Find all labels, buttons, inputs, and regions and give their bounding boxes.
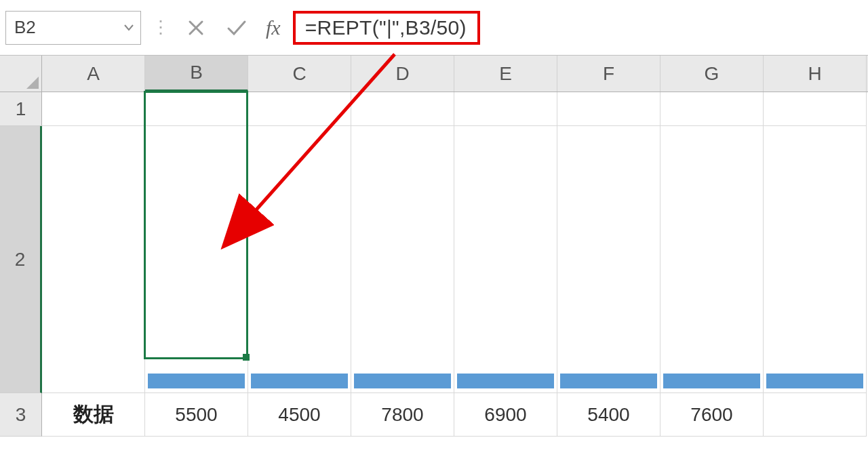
- bar-E2: [457, 374, 554, 388]
- cell-F2[interactable]: [557, 126, 660, 393]
- cell-A1[interactable]: [42, 92, 145, 126]
- select-all-corner[interactable]: [0, 56, 42, 92]
- column-header-H[interactable]: H: [764, 56, 867, 92]
- cell-E3[interactable]: 6900: [454, 393, 557, 437]
- cell-G3[interactable]: 7600: [660, 393, 764, 437]
- formula-input[interactable]: =REPT("|",B3/50): [293, 11, 480, 45]
- column-header-A[interactable]: A: [42, 56, 145, 92]
- bar-D2: [354, 374, 451, 388]
- column-header-D[interactable]: D: [351, 56, 454, 92]
- cell-B2[interactable]: [145, 126, 248, 393]
- row-3: 3 数据 5500 4500 7800 6900 5400 7600: [0, 393, 868, 437]
- bar-G2: [663, 374, 760, 388]
- cell-H3[interactable]: [764, 393, 867, 437]
- cell-B3[interactable]: 5500: [145, 393, 248, 437]
- name-box-value: B2: [14, 17, 36, 38]
- cell-B1[interactable]: [145, 92, 248, 126]
- cell-C2[interactable]: [248, 126, 351, 393]
- chevron-down-icon[interactable]: [124, 24, 134, 31]
- row-header-3[interactable]: 3: [0, 393, 42, 437]
- confirm-icon[interactable]: [220, 11, 254, 45]
- cell-G2[interactable]: [660, 126, 764, 393]
- cell-D1[interactable]: [351, 92, 454, 126]
- cell-A3[interactable]: 数据: [42, 393, 145, 437]
- cancel-icon[interactable]: [179, 11, 213, 45]
- name-box[interactable]: B2: [5, 11, 141, 45]
- column-header-G[interactable]: G: [660, 56, 764, 92]
- cell-H2[interactable]: [764, 126, 867, 393]
- column-header-E[interactable]: E: [454, 56, 557, 92]
- row-1: 1: [0, 92, 868, 126]
- row-header-2[interactable]: 2: [0, 126, 42, 393]
- cell-H1[interactable]: [764, 92, 867, 126]
- column-header-F[interactable]: F: [557, 56, 660, 92]
- column-header-row: A B C D E F G H: [0, 56, 868, 92]
- column-header-B[interactable]: B: [145, 56, 248, 92]
- cell-F1[interactable]: [557, 92, 660, 126]
- row-2: 2: [0, 126, 868, 393]
- formula-bar-empty-area[interactable]: [487, 11, 863, 45]
- cell-G1[interactable]: [660, 92, 764, 126]
- cell-E2[interactable]: [454, 126, 557, 393]
- bar-F2: [560, 374, 657, 388]
- cell-C1[interactable]: [248, 92, 351, 126]
- cell-A2[interactable]: [42, 126, 145, 393]
- bar-B2: [148, 374, 245, 388]
- divider-icon: ⋮: [148, 17, 172, 38]
- cell-C3[interactable]: 4500: [248, 393, 351, 437]
- bar-C2: [251, 374, 348, 388]
- cell-D3[interactable]: 7800: [351, 393, 454, 437]
- spreadsheet-grid: A B C D E F G H 1 2 3 数据 5500 4500: [0, 56, 868, 437]
- bar-H2: [766, 374, 863, 388]
- formula-bar: B2 ⋮ fx =REPT("|",B3/50): [0, 0, 868, 56]
- cell-E1[interactable]: [454, 92, 557, 126]
- cell-D2[interactable]: [351, 126, 454, 393]
- cell-F3[interactable]: 5400: [557, 393, 660, 437]
- row-header-1[interactable]: 1: [0, 92, 42, 126]
- fx-icon[interactable]: fx: [260, 16, 286, 39]
- column-header-C[interactable]: C: [248, 56, 351, 92]
- formula-text: =REPT("|",B3/50): [305, 16, 467, 39]
